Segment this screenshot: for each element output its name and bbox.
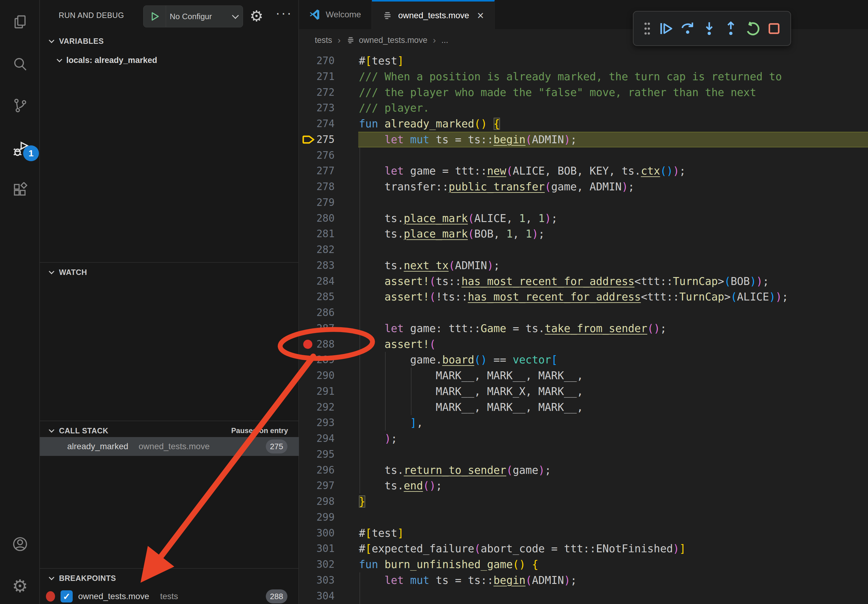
code-line[interactable]: 272/// the player who made the "false" m… <box>299 85 868 101</box>
line-number[interactable]: 286 <box>299 305 335 321</box>
line-number[interactable]: 272 <box>299 85 335 101</box>
continue-button[interactable] <box>655 15 677 42</box>
variables-section-header[interactable]: VARIABLES <box>40 32 299 50</box>
code-line[interactable]: 290MARK__, MARK__, MARK__, <box>299 368 868 384</box>
explorer-icon[interactable] <box>0 5 40 39</box>
code-line[interactable]: 304 <box>299 588 868 604</box>
code-line[interactable]: 271/// When a position is already marked… <box>299 69 868 85</box>
breadcrumb-file[interactable]: owned_tests.move <box>359 36 427 45</box>
more-actions-icon[interactable]: ··· <box>276 5 293 21</box>
start-debug-icon[interactable] <box>144 6 166 27</box>
line-number[interactable]: 288 <box>299 336 335 352</box>
line-number[interactable]: 278 <box>299 179 335 195</box>
line-number[interactable]: 277 <box>299 163 335 179</box>
line-number[interactable]: 298 <box>299 494 335 510</box>
config-dropdown-label[interactable]: No Configur <box>166 12 232 21</box>
code-line[interactable]: 282 <box>299 242 868 258</box>
code-line[interactable]: 276 <box>299 147 868 163</box>
line-number[interactable]: 280 <box>299 211 335 226</box>
code-line[interactable]: 286 <box>299 305 868 321</box>
breakpoints-section-header[interactable]: BREAKPOINTS <box>40 569 299 587</box>
tab-owned-tests-move[interactable]: owned_tests.move × <box>372 0 495 29</box>
close-icon[interactable]: × <box>477 10 484 21</box>
step-over-button[interactable] <box>677 15 698 42</box>
debug-config-control[interactable]: No Configur <box>143 5 243 27</box>
code-line[interactable]: 289game.board() == vector[ <box>299 352 868 368</box>
line-number[interactable]: 302 <box>299 556 335 572</box>
watch-section-header[interactable]: WATCH <box>40 263 299 281</box>
line-number[interactable]: 279 <box>299 195 335 211</box>
code-line[interactable]: 270#[test] <box>299 53 868 69</box>
line-number[interactable]: 287 <box>299 321 335 336</box>
code-line[interactable]: 300#[test] <box>299 525 868 541</box>
run-and-debug-icon[interactable]: 1 <box>0 132 40 166</box>
line-number[interactable]: 289 <box>299 352 335 368</box>
code-line[interactable]: 287let game: ttt::Game = ts.take_from_se… <box>299 321 868 336</box>
line-number[interactable]: 303 <box>299 572 335 588</box>
line-number[interactable]: 292 <box>299 399 335 415</box>
code-line[interactable]: 273/// player. <box>299 100 868 116</box>
code-line[interactable]: 274fun already_marked() { <box>299 116 868 132</box>
breadcrumb-symbol[interactable]: ... <box>441 36 448 45</box>
code-line[interactable]: 275let mut ts = ts::begin(ADMIN); <box>299 132 868 147</box>
toolbar-drag-handle[interactable] <box>639 15 655 42</box>
locals-scope-row[interactable]: locals: already_marked <box>40 51 299 69</box>
line-number[interactable]: 295 <box>299 446 335 462</box>
code-line[interactable]: 296ts.return_to_sender(game); <box>299 462 868 478</box>
code-line[interactable]: 299 <box>299 510 868 525</box>
code-line[interactable]: 278transfer::public_transfer(game, ADMIN… <box>299 179 868 195</box>
code-line[interactable]: 292MARK__, MARK__, MARK__, <box>299 399 868 415</box>
restart-button[interactable] <box>742 15 763 42</box>
extensions-icon[interactable] <box>0 173 40 207</box>
code-line[interactable]: 284assert!(ts::has_most_recent_for_addre… <box>299 273 868 289</box>
line-number[interactable]: 271 <box>299 69 335 85</box>
stop-button[interactable] <box>763 15 785 42</box>
step-into-button[interactable] <box>699 15 720 42</box>
call-stack-frame-row[interactable]: already_marked owned_tests.move 275 <box>40 437 299 456</box>
line-number[interactable]: 304 <box>299 588 335 604</box>
code-line[interactable]: 283ts.next_tx(ADMIN); <box>299 258 868 273</box>
breadcrumb-folder[interactable]: tests <box>315 36 332 45</box>
line-number[interactable]: 281 <box>299 226 335 242</box>
code-line[interactable]: 303let mut ts = ts::begin(ADMIN); <box>299 572 868 588</box>
line-number[interactable]: 282 <box>299 242 335 258</box>
line-number[interactable]: 301 <box>299 541 335 556</box>
step-out-button[interactable] <box>720 15 742 42</box>
line-number[interactable]: 294 <box>299 431 335 446</box>
code-line[interactable]: 297ts.end(); <box>299 478 868 494</box>
tab-welcome[interactable]: Welcome <box>299 0 372 29</box>
line-number[interactable]: 283 <box>299 258 335 273</box>
line-number[interactable]: 299 <box>299 510 335 525</box>
code-line[interactable]: 294); <box>299 431 868 446</box>
breakpoint-checkbox[interactable]: ✓ <box>60 590 73 602</box>
line-number[interactable]: 284 <box>299 273 335 289</box>
line-number[interactable]: 297 <box>299 478 335 494</box>
account-icon[interactable] <box>0 527 40 561</box>
code-line[interactable]: 280ts.place_mark(ALICE, 1, 1); <box>299 211 868 226</box>
line-number[interactable]: 275 <box>299 132 335 147</box>
line-number[interactable]: 273 <box>299 100 335 116</box>
line-number[interactable]: 276 <box>299 147 335 163</box>
code-line[interactable]: 288assert!( <box>299 336 868 352</box>
line-number[interactable]: 270 <box>299 53 335 69</box>
source-control-icon[interactable] <box>0 89 40 122</box>
code-line[interactable]: 302fun burn_unfinished_game() { <box>299 556 868 572</box>
line-number[interactable]: 300 <box>299 525 335 541</box>
line-number[interactable]: 290 <box>299 368 335 384</box>
code-line[interactable]: 281ts.place_mark(BOB, 1, 1); <box>299 226 868 242</box>
line-number[interactable]: 291 <box>299 384 335 399</box>
line-number[interactable]: 296 <box>299 462 335 478</box>
code-line[interactable]: 285assert!(!ts::has_most_recent_for_addr… <box>299 289 868 305</box>
line-number[interactable]: 274 <box>299 116 335 132</box>
line-number[interactable]: 293 <box>299 415 335 431</box>
settings-gear-icon[interactable]: ⚙ <box>0 569 40 603</box>
code-line[interactable]: 295 <box>299 446 868 462</box>
debug-settings-gear-icon[interactable]: ⚙ <box>250 7 264 25</box>
search-icon[interactable] <box>0 47 40 81</box>
breakpoint-list-item[interactable]: ✓ owned_tests.move tests 288 <box>40 587 299 604</box>
code-line[interactable]: 293], <box>299 415 868 431</box>
code-line[interactable]: 291MARK__, MARK_X, MARK__, <box>299 384 868 399</box>
code-line[interactable]: 279 <box>299 195 868 211</box>
code-line[interactable]: 301#[expected_failure(abort_code = ttt::… <box>299 541 868 556</box>
code-line[interactable]: 298} <box>299 494 868 510</box>
